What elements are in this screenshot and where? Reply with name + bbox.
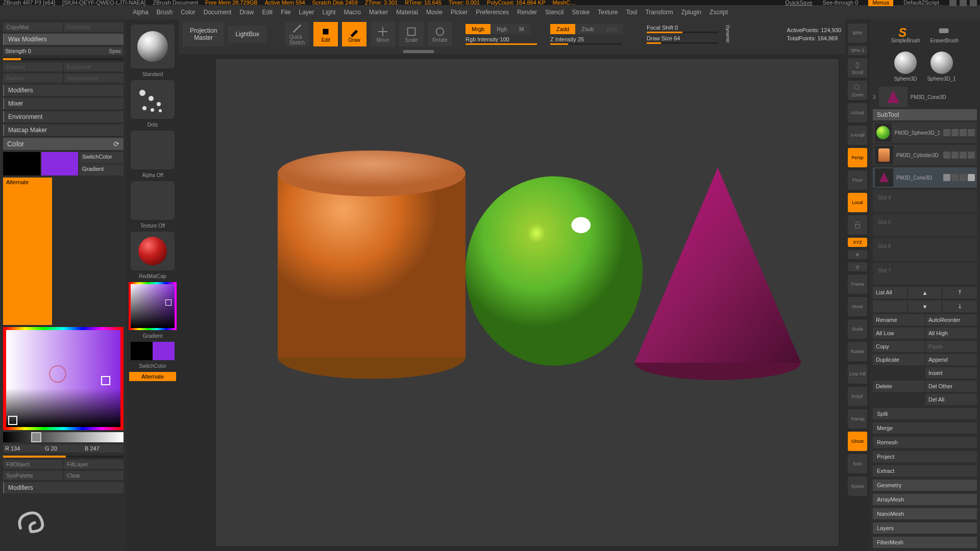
modifiers2-header[interactable]: Modifiers — [3, 482, 124, 493]
project-header[interactable]: Project — [873, 451, 977, 462]
fill-icon[interactable] — [960, 152, 967, 159]
eraserbrush-item[interactable]: EraserBrush — [930, 26, 959, 43]
strength-slider[interactable]: Strength 0Spec — [3, 47, 124, 55]
split-header[interactable]: Split — [873, 408, 977, 419]
sphere3d1-item[interactable]: Sphere3D_1 — [927, 52, 955, 82]
bpr-button[interactable]: BPR — [848, 23, 867, 43]
menu-transform[interactable]: Transform — [645, 9, 673, 16]
scroll-button[interactable]: Scroll — [848, 58, 867, 78]
eye-icon[interactable] — [943, 174, 950, 181]
solo-button[interactable]: Solo — [848, 454, 867, 473]
delete-button[interactable]: Delete — [873, 381, 924, 392]
switchcolor-button[interactable]: SwitchColor — [79, 152, 124, 163]
focal-shift-slider[interactable]: Focal Shift 0 — [647, 24, 718, 33]
aahalf-button[interactable]: AAHalf — [848, 126, 867, 145]
persp-button[interactable]: Persp — [848, 148, 867, 167]
menu-stencil[interactable]: Stencil — [545, 9, 564, 16]
edit-button[interactable]: Edit — [313, 22, 338, 46]
linefill-button[interactable]: Line Fill — [848, 364, 867, 384]
xpose-button[interactable]: Xpose — [848, 477, 867, 496]
z-intensity-slider[interactable]: Z Intensity 25 — [550, 36, 623, 45]
syspalette-button[interactable]: SysPalette — [3, 471, 63, 480]
vis-icon[interactable] — [968, 174, 975, 181]
eye-icon[interactable] — [943, 152, 950, 159]
copymat-button[interactable]: CopyMat — [3, 22, 63, 32]
layers-header[interactable]: Layers — [873, 522, 977, 534]
duplicate-button[interactable]: Duplicate — [873, 354, 924, 365]
nanomesh-header[interactable]: NanoMesh — [873, 508, 977, 519]
extract-header[interactable]: Extract — [873, 465, 977, 477]
color-header[interactable]: Color⟳ — [3, 138, 124, 150]
up2-arrow-icon[interactable]: ⤒ — [943, 287, 977, 298]
menu-layer[interactable]: Layer — [299, 9, 314, 16]
geometry-header[interactable]: Geometry — [873, 480, 977, 491]
mixer-header[interactable]: Mixer — [3, 98, 124, 109]
menu-tool[interactable]: Tool — [626, 9, 637, 16]
lightbox-button[interactable]: LightBox — [228, 26, 266, 43]
menu-texture[interactable]: Texture — [598, 9, 618, 16]
menu-material[interactable]: Material — [396, 9, 418, 16]
brush-icon[interactable] — [951, 152, 959, 159]
move-button[interactable]: Move — [371, 22, 395, 46]
vis-icon[interactable] — [968, 129, 975, 136]
spix-button[interactable]: SPix 3 — [848, 46, 867, 55]
material-slot[interactable] — [131, 232, 175, 270]
wax-modifiers-header[interactable]: Wax Modifiers — [3, 34, 124, 45]
paste-button[interactable]: Paste — [925, 341, 977, 352]
rgb-button[interactable]: Rgb — [491, 24, 513, 34]
fill-icon[interactable] — [960, 174, 967, 181]
menu-stroke[interactable]: Stroke — [572, 9, 590, 16]
primary-color-swatch[interactable] — [41, 152, 79, 176]
viewport[interactable] — [215, 58, 839, 547]
down2-arrow-icon[interactable]: ⤓ — [943, 300, 977, 312]
stroke-slot[interactable] — [131, 80, 175, 119]
lock-icon[interactable] — [848, 215, 867, 235]
menu-marker[interactable]: Marker — [369, 9, 388, 16]
menu-draw[interactable]: Draw — [239, 9, 254, 16]
scale-nav-button[interactable]: Scale — [848, 319, 867, 339]
current-tool-thumb[interactable] — [879, 87, 908, 107]
vis-icon[interactable] — [968, 152, 975, 159]
remesh-header[interactable]: Remesh — [873, 437, 977, 448]
subtool-header[interactable]: SubTool — [873, 109, 977, 120]
alternate-button[interactable]: Alternate — [3, 178, 52, 325]
secondary-color-swatch[interactable] — [3, 152, 40, 176]
up-arrow-icon[interactable]: ▲ — [908, 287, 942, 298]
texture-slot[interactable] — [131, 181, 175, 220]
delall-button[interactable]: Del All — [925, 394, 977, 405]
rotate-nav-button[interactable]: Rotate — [848, 342, 867, 361]
listall-button[interactable]: List All — [873, 287, 907, 298]
menu-picker[interactable]: Picker — [451, 9, 468, 16]
polyf-button[interactable]: PolyF — [848, 387, 867, 406]
default-script[interactable]: DefaultZScript — [903, 0, 939, 6]
menu-movie[interactable]: Movie — [426, 9, 443, 16]
zcut-button[interactable]: Zcut — [600, 24, 623, 34]
subtool-row-sphere[interactable]: PM3D_Sphere3D_1 — [873, 122, 977, 143]
zsub-button[interactable]: Zsub — [575, 24, 600, 34]
brush-slot[interactable] — [131, 24, 175, 68]
menu-file[interactable]: File — [281, 9, 290, 16]
value-slider[interactable] — [3, 432, 124, 442]
seethrough[interactable]: See-through 0 — [823, 0, 859, 6]
draw-button[interactable]: Draw — [342, 22, 366, 46]
filllayer-button[interactable]: FillLayer — [64, 460, 124, 469]
down-arrow-icon[interactable]: ▼ — [908, 300, 942, 312]
copy-button[interactable]: Copy — [873, 341, 924, 352]
menu-edit[interactable]: Edit — [262, 9, 273, 16]
autoreorder-button[interactable]: AutoReorder — [925, 314, 977, 325]
rename-button[interactable]: Rename — [873, 314, 924, 325]
subtool-row-cone[interactable]: PM3D_Cone3D — [873, 167, 977, 188]
modifiers-header[interactable]: Modifiers — [3, 85, 124, 96]
sphere3d-item[interactable]: Sphere3D — [894, 52, 917, 82]
merge-header[interactable]: Merge — [873, 422, 977, 434]
mini-swatches[interactable] — [131, 342, 175, 360]
insert-button[interactable]: Insert — [925, 367, 977, 379]
delother-button[interactable]: Del Other — [925, 381, 977, 392]
pastemat-button[interactable]: PasteMat — [64, 22, 124, 32]
window-max-icon[interactable] — [960, 0, 967, 6]
rotate-button[interactable]: Rotate — [428, 22, 452, 46]
ghost-button[interactable]: Ghost — [848, 432, 867, 451]
dynamic-label[interactable]: Dynamic — [722, 25, 733, 43]
frame-button[interactable]: Frame — [848, 274, 867, 294]
environment-header[interactable]: Environment — [3, 111, 124, 122]
